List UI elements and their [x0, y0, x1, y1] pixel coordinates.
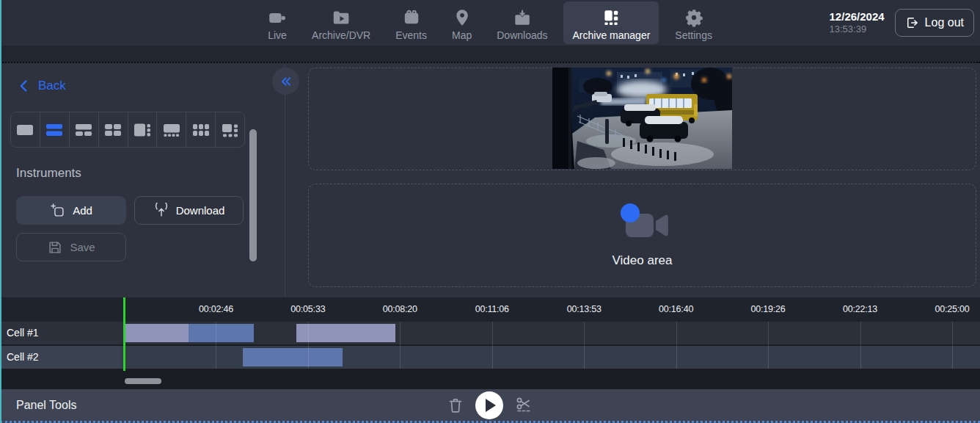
nav-label: Map [452, 29, 472, 41]
back-label: Back [38, 79, 66, 93]
save-button[interactable]: Save [16, 233, 126, 261]
nav-label: Events [395, 29, 427, 41]
layout-selector [10, 112, 245, 148]
ruler-tick: 00:16:40 [659, 297, 693, 322]
timeline-panel: 00:02:4600:05:3300:08:2000:11:0600:13:53… [0, 297, 980, 389]
layout-option-grid-3x2[interactable] [186, 112, 216, 147]
timeline-row-cell-1: Cell #1 [0, 322, 980, 344]
timeline-row-cell-2: Cell #2 [0, 346, 980, 369]
folder-play-icon [332, 8, 351, 27]
archive-manager-window: Live Archive/DVR Events Map [0, 0, 980, 423]
collage-grid-icon [601, 8, 621, 27]
chevron-left-icon [16, 78, 32, 94]
nav-item-archive-dvr[interactable]: Archive/DVR [303, 1, 379, 44]
timeline-scrollbar-track[interactable] [0, 369, 980, 389]
layout-option-main-plus-bottom-row[interactable] [157, 112, 186, 147]
timeline-gridline [216, 322, 216, 369]
timeline-gridline [676, 322, 677, 369]
video-camera-icon [268, 8, 287, 27]
layout-option-two-rows[interactable] [40, 112, 70, 147]
navbar-underline [0, 46, 980, 63]
current-date: 12/26/2024 [830, 10, 885, 24]
nav-label: Archive manager [573, 29, 651, 41]
floppy-disk-icon [47, 239, 63, 256]
add-label: Add [73, 204, 92, 217]
track-1[interactable] [120, 322, 980, 344]
upload-arrow-icon [153, 203, 169, 219]
layout-option-main-plus-right-column[interactable] [128, 112, 158, 147]
download-button[interactable]: Download [134, 196, 244, 225]
nav-item-settings[interactable]: Settings [666, 1, 721, 44]
left-sidebar: Back [0, 65, 285, 297]
panel-tools-bar: Panel Tools [0, 389, 980, 423]
trash-icon[interactable] [447, 397, 464, 414]
calendar-icon [402, 8, 421, 27]
ruler-tick: 00:13:53 [567, 297, 601, 322]
nav-label: Live [268, 29, 287, 41]
timeline-segment[interactable] [243, 348, 343, 366]
timeline-scrollbar-thumb[interactable] [125, 378, 161, 384]
timeline-ruler[interactable]: 00:02:4600:05:3300:08:2000:11:0600:13:53… [0, 297, 980, 322]
capture-edge-marker [0, 0, 1, 423]
video-area-label: Video area [612, 253, 673, 268]
back-button[interactable]: Back [16, 78, 66, 94]
sidebar-scrollbar[interactable] [249, 129, 257, 261]
ruler-tick: 00:25:00 [935, 297, 969, 322]
ruler-tick: 00:05:33 [290, 297, 325, 322]
add-panel-icon [50, 203, 66, 219]
instruments-heading: Instruments [16, 166, 81, 181]
nav-item-map[interactable]: Map [443, 1, 480, 44]
nav-label: Downloads [497, 29, 547, 41]
ruler-tick: 00:02:46 [199, 297, 233, 322]
timeline-gridline [308, 322, 309, 369]
video-camera-icon [612, 203, 673, 249]
panel-tools-actions [447, 389, 533, 421]
logout-icon [905, 15, 920, 30]
timeline-gridline [952, 322, 953, 369]
panel-tools-title: Panel Tools [16, 389, 76, 421]
chevron-double-left-icon [279, 74, 293, 89]
nav-item-events[interactable]: Events [387, 1, 436, 44]
timeline-gridline [584, 322, 585, 369]
save-label: Save [70, 241, 95, 253]
navbar-right: 12/26/2024 13:53:39 Log out [830, 0, 974, 46]
nav-tabs: Live Archive/DVR Events Map [259, 0, 721, 46]
track-2[interactable] [120, 346, 980, 369]
camera-snapshot[interactable] [552, 68, 732, 169]
cut-icon[interactable] [514, 396, 533, 415]
nav-item-archive-manager[interactable]: Archive manager [564, 1, 659, 44]
logout-button[interactable]: Log out [895, 9, 974, 37]
nav-item-downloads[interactable]: Downloads [488, 1, 556, 44]
add-button[interactable]: Add [16, 196, 126, 225]
cell-2-label: Cell #2 [0, 346, 120, 369]
timeline-segment[interactable] [125, 324, 189, 342]
layout-option-row-plus-two[interactable] [70, 112, 99, 147]
layout-option-grid-2x2[interactable] [99, 112, 128, 147]
play-button[interactable] [475, 391, 503, 419]
top-navbar: Live Archive/DVR Events Map [0, 0, 980, 46]
layout-option-single[interactable] [11, 112, 40, 147]
video-workspace: Video area [286, 63, 980, 297]
video-area-placeholder[interactable]: Video area [308, 184, 976, 287]
map-pin-icon [453, 8, 472, 27]
timeline-gridline [768, 322, 769, 369]
download-box-icon [513, 8, 532, 27]
video-cell-1[interactable] [308, 68, 976, 170]
timeline-gridline [400, 322, 401, 369]
timeline-playhead[interactable] [123, 297, 125, 371]
timeline-gridline [492, 322, 493, 369]
collapse-sidebar-button[interactable] [272, 68, 299, 95]
logout-label: Log out [925, 16, 964, 29]
nav-item-live[interactable]: Live [259, 1, 296, 44]
nav-label: Archive/DVR [312, 29, 370, 41]
download-label: Download [176, 204, 225, 217]
timeline-segment[interactable] [296, 324, 395, 342]
nav-label: Settings [675, 29, 712, 41]
layout-option-main-plus-side-tiles[interactable] [216, 112, 244, 147]
timeline-segment[interactable] [189, 324, 254, 342]
gear-icon [684, 8, 703, 27]
datetime-display: 12/26/2024 13:53:39 [830, 10, 885, 36]
cell-1-label: Cell #1 [0, 322, 120, 344]
timeline-rows: Cell #1 Cell #2 [0, 322, 980, 369]
current-time: 13:53:39 [830, 24, 885, 35]
